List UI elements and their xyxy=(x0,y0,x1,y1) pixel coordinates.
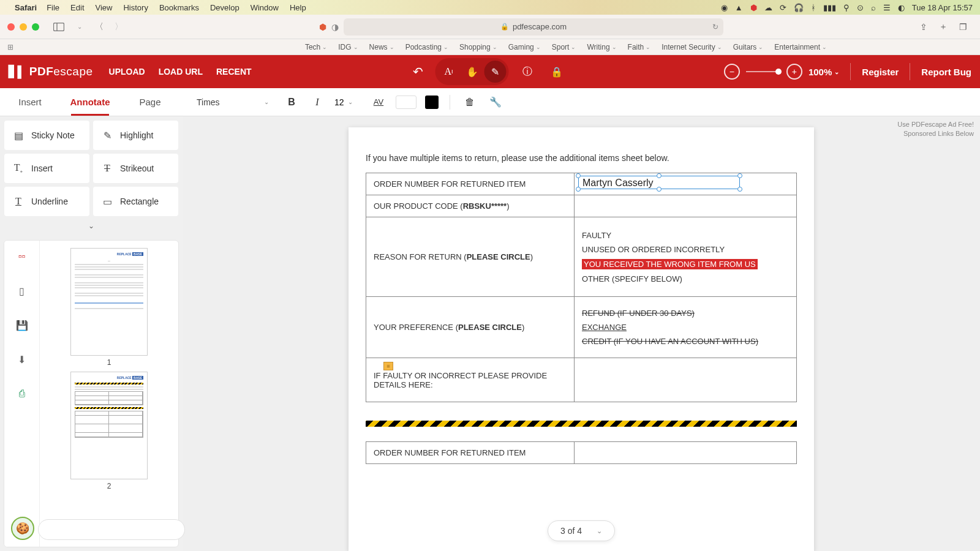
control-center-icon[interactable]: ☰ xyxy=(883,3,891,12)
menu-window[interactable]: Window xyxy=(251,3,279,12)
sticky-note-tool[interactable]: ▤Sticky Note xyxy=(4,121,89,150)
window-minimize-button[interactable] xyxy=(20,23,27,31)
menu-bookmarks[interactable]: Bookmarks xyxy=(159,3,199,12)
print-icon[interactable]: ⎙ xyxy=(15,386,29,401)
window-maximize-button[interactable] xyxy=(32,23,39,31)
undo-icon[interactable]: ↶ xyxy=(413,64,423,79)
status-icon[interactable]: ⬢ xyxy=(750,3,757,12)
headphones-icon[interactable]: 🎧 xyxy=(794,3,804,12)
bookmark-folder[interactable]: Faith⌄ xyxy=(628,43,651,51)
report-bug-button[interactable]: Report Bug xyxy=(921,67,971,77)
new-tab-icon[interactable]: ＋ xyxy=(935,18,952,36)
start-page-icon[interactable]: ⊞ xyxy=(7,43,13,51)
page-thumbnail[interactable]: REPLACE BASE xyxy=(70,372,148,490)
document-canvas[interactable]: Use PDFescape Ad Free! Sponsored Links B… xyxy=(183,116,980,551)
thumbnails-view-icon[interactable]: ▫▫ xyxy=(15,249,29,264)
page-thumbnail[interactable]: REPLACE BASE — 1 xyxy=(70,248,148,367)
zoom-slider[interactable] xyxy=(746,71,780,72)
menu-view[interactable]: View xyxy=(96,3,113,12)
status-icon[interactable]: ⟳ xyxy=(780,3,786,12)
bookmark-folder[interactable]: Shopping⌄ xyxy=(459,43,497,51)
insert-text-tool[interactable]: T+Insert xyxy=(4,154,89,183)
strikeout-tool[interactable]: TStrikeout xyxy=(93,154,178,183)
wifi-icon[interactable]: ⚲ xyxy=(843,3,850,12)
app-logo[interactable]: ▋▌ PDFescape xyxy=(9,65,93,78)
sticky-note-annotation[interactable]: ≡ xyxy=(383,362,393,370)
tab-page[interactable]: Page xyxy=(120,88,180,116)
delete-icon[interactable]: 🗑 xyxy=(461,94,478,111)
bookmark-folder[interactable]: Tech⌄ xyxy=(305,43,327,51)
reload-icon[interactable]: ↻ xyxy=(712,23,718,31)
load-url-button[interactable]: LOAD URL xyxy=(159,67,203,77)
menu-help[interactable]: Help xyxy=(290,3,306,12)
bookmark-folder[interactable]: Entertainment⌄ xyxy=(774,43,827,51)
bookmark-folder[interactable]: Gaming⌄ xyxy=(508,43,541,51)
sidebar-toggle-icon[interactable] xyxy=(50,18,67,36)
text-color-well[interactable] xyxy=(425,96,439,109)
search-icon[interactable]: ⌕ xyxy=(871,3,876,12)
back-button[interactable]: 〈 xyxy=(91,18,108,36)
edit-tool-icon[interactable]: ✎ xyxy=(484,61,507,83)
battery-icon[interactable]: ▮▮▮ xyxy=(823,3,836,12)
zoom-out-button[interactable]: − xyxy=(724,64,740,80)
privacy-report-icon[interactable]: ◑ xyxy=(331,22,339,32)
share-icon[interactable]: ⇪ xyxy=(915,18,932,36)
upload-button[interactable]: UPLOAD xyxy=(109,67,145,77)
menu-edit[interactable]: Edit xyxy=(70,3,84,12)
app-menu[interactable]: Safari xyxy=(15,3,37,12)
highlight-color-well[interactable] xyxy=(396,96,417,109)
menu-file[interactable]: File xyxy=(47,3,59,12)
recent-button[interactable]: RECENT xyxy=(216,67,252,77)
cookie-settings-button[interactable]: 🍪 xyxy=(11,517,34,540)
bookmark-folder[interactable]: Writing⌄ xyxy=(587,43,616,51)
tabs-icon[interactable]: ❐ xyxy=(954,18,971,36)
zoom-in-button[interactable]: + xyxy=(786,64,802,80)
bookmark-folder[interactable]: Podcasting⌄ xyxy=(405,43,448,51)
bookmark-folder[interactable]: Sport⌄ xyxy=(552,43,576,51)
bluetooth-icon[interactable]: ᚼ xyxy=(811,3,816,12)
page-indicator[interactable]: 3 of 4 ⌄ xyxy=(548,520,615,541)
address-bar[interactable]: 🔒 pdfescape.com ↻ xyxy=(344,18,723,36)
info-icon[interactable]: ⓘ xyxy=(516,61,538,83)
chevron-down-icon[interactable]: ⌄ xyxy=(597,527,602,535)
status-icon[interactable]: ▲ xyxy=(735,3,743,12)
highlight-tool[interactable]: ✎Highlight xyxy=(93,121,178,150)
label-details: ≡ IF FAULTY OR INCORRECT PLEASE PROVIDE … xyxy=(366,358,575,402)
menubar-clock[interactable]: Tue 18 Apr 15:57 xyxy=(912,3,973,12)
download-icon[interactable]: ⬇ xyxy=(15,352,29,367)
zoom-level[interactable]: 100%⌄ xyxy=(809,67,839,77)
status-icon[interactable]: ◉ xyxy=(721,3,728,12)
tools-icon[interactable]: 🔧 xyxy=(487,94,504,111)
bookmark-folder[interactable]: IDG⌄ xyxy=(338,43,358,51)
chevron-down-icon[interactable]: ⌄ xyxy=(71,18,88,36)
lock-tool-icon[interactable]: 🔒 xyxy=(546,61,568,83)
bookmark-folder[interactable]: Guitars⌄ xyxy=(733,43,764,51)
kerning-icon[interactable]: AV xyxy=(370,94,387,111)
register-button[interactable]: Register xyxy=(862,67,899,77)
bookmark-folder[interactable]: Internet Security⌄ xyxy=(662,43,722,51)
bookmarks-view-icon[interactable]: ▯ xyxy=(15,283,29,298)
expand-tools-button[interactable]: ⌄ xyxy=(2,218,180,234)
menu-develop[interactable]: Develop xyxy=(210,3,239,12)
search-input[interactable] xyxy=(38,519,185,540)
font-size-select[interactable]: 12⌄ xyxy=(334,97,361,107)
forward-button[interactable]: 〉 xyxy=(110,18,127,36)
save-icon[interactable]: 💾 xyxy=(15,318,29,332)
text-tool-icon[interactable]: AI xyxy=(438,61,460,83)
status-icon[interactable]: ☁ xyxy=(764,3,772,12)
tab-annotate[interactable]: Annotate xyxy=(60,88,120,116)
menu-history[interactable]: History xyxy=(123,3,148,12)
rectangle-tool[interactable]: ▭Rectangle xyxy=(93,187,178,216)
bookmark-folder[interactable]: News⌄ xyxy=(369,43,394,51)
adblock-icon[interactable]: ⬢ xyxy=(319,22,326,32)
spotlight-icon[interactable]: ⊙ xyxy=(857,3,864,12)
pan-tool-icon[interactable]: ✋ xyxy=(461,61,483,83)
tab-insert[interactable]: Insert xyxy=(0,88,60,116)
font-family-select[interactable]: Times⌄ xyxy=(191,93,274,111)
italic-button[interactable]: I xyxy=(309,94,326,111)
text-annotation-selected[interactable]: Martyn Casserly xyxy=(578,176,740,189)
window-close-button[interactable] xyxy=(7,23,15,31)
siri-icon[interactable]: ◐ xyxy=(898,3,905,12)
bold-button[interactable]: B xyxy=(283,94,300,111)
underline-tool[interactable]: TUnderline xyxy=(4,187,89,216)
